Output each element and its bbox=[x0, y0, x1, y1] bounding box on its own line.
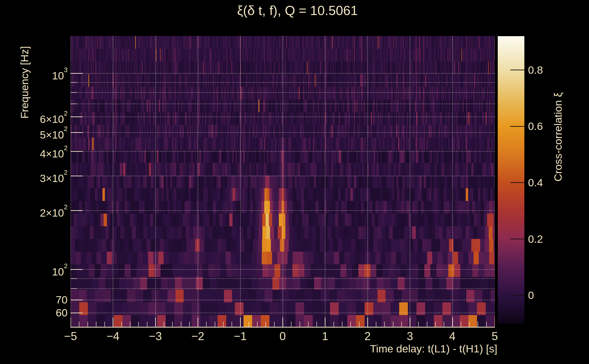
x-axis-title: Time delay: t(L1) - t(H1) [s] bbox=[270, 342, 497, 355]
colorbar-tick-0.8 bbox=[510, 70, 524, 70]
x-tick-label-5: 5 bbox=[477, 330, 513, 343]
x-tick-label--3: −3 bbox=[137, 330, 174, 343]
colorbar-tick-0.6 bbox=[510, 126, 524, 127]
figure-root: ξ(δ t, f), Q = 10.5061 Frequency [Hz] 10… bbox=[0, 0, 589, 364]
x-tick-label--5: −5 bbox=[52, 330, 89, 343]
colorbar-tick-label-0: 0 bbox=[528, 288, 562, 302]
y-tick-label-600: 6×102 bbox=[0, 110, 68, 124]
y-tick-label-70: 70 bbox=[0, 293, 68, 307]
y-tick-label-1000: 103 bbox=[0, 66, 68, 80]
x-tick-label--2: −2 bbox=[180, 330, 216, 343]
heatmap-canvas bbox=[71, 36, 495, 328]
colorbar-tick-0.2 bbox=[510, 239, 524, 239]
colorbar-tick-0 bbox=[510, 295, 524, 296]
x-tick-label-4: 4 bbox=[434, 330, 471, 343]
y-tick-label-500: 5×102 bbox=[0, 126, 68, 139]
x-tick-label--4: −4 bbox=[95, 330, 131, 343]
y-tick-label-60: 60 bbox=[0, 306, 68, 320]
y-tick-label-300: 3×102 bbox=[0, 169, 68, 183]
plot-title: ξ(δ t, f), Q = 10.5061 bbox=[71, 3, 524, 18]
y-tick-label-200: 2×102 bbox=[0, 204, 68, 217]
colorbar-title: Cross-correlation ξ bbox=[551, 12, 565, 262]
colorbar-gradient bbox=[498, 36, 524, 324]
y-tick-label-400: 4×102 bbox=[0, 144, 68, 158]
x-tick-label-0: 0 bbox=[264, 330, 301, 343]
x-tick-label-1: 1 bbox=[307, 330, 343, 343]
y-tick-label-100: 102 bbox=[0, 263, 68, 276]
x-tick-label--1: −1 bbox=[222, 330, 259, 343]
colorbar-tick-0.4 bbox=[510, 182, 524, 183]
x-tick-label-3: 3 bbox=[392, 330, 428, 343]
x-tick-label-2: 2 bbox=[349, 330, 386, 343]
